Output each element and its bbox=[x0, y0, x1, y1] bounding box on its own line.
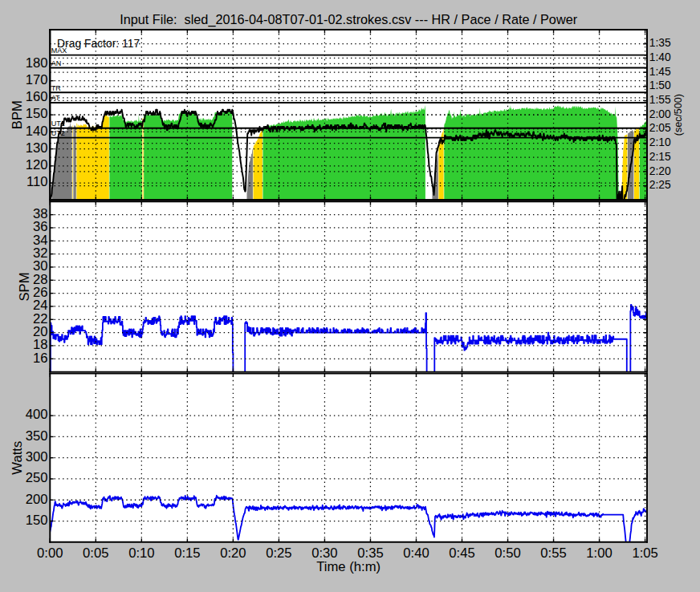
svg-text:Input File: sled_2016-04-08T0: Input File: sled_2016-04-08T07-01-02.str… bbox=[120, 12, 577, 27]
svg-text:1:05: 1:05 bbox=[632, 545, 657, 561]
svg-text:UT1: UT1 bbox=[51, 120, 65, 128]
svg-text:32: 32 bbox=[33, 245, 48, 261]
svg-text:160: 160 bbox=[26, 89, 48, 104]
svg-text:150: 150 bbox=[26, 106, 48, 121]
svg-text:30: 30 bbox=[33, 258, 48, 274]
svg-text:Drag Factor: 117: Drag Factor: 117 bbox=[57, 37, 140, 50]
svg-text:(sec/500): (sec/500) bbox=[673, 94, 684, 136]
svg-text:0:00: 0:00 bbox=[37, 545, 63, 561]
svg-text:0:15: 0:15 bbox=[174, 545, 200, 561]
svg-text:0:20: 0:20 bbox=[220, 545, 246, 561]
svg-text:0:10: 0:10 bbox=[128, 545, 154, 561]
svg-text:2:00: 2:00 bbox=[649, 107, 671, 120]
svg-text:0:05: 0:05 bbox=[83, 545, 108, 561]
svg-text:16: 16 bbox=[33, 351, 48, 366]
svg-text:110: 110 bbox=[26, 174, 48, 189]
svg-text:150: 150 bbox=[26, 513, 48, 528]
svg-text:26: 26 bbox=[33, 285, 48, 300]
svg-text:140: 140 bbox=[26, 124, 48, 139]
svg-text:20: 20 bbox=[33, 324, 48, 339]
svg-text:1:45: 1:45 bbox=[649, 65, 671, 78]
svg-text:2:20: 2:20 bbox=[649, 164, 671, 177]
svg-text:24: 24 bbox=[33, 298, 48, 313]
svg-text:22: 22 bbox=[33, 311, 48, 326]
svg-text:350: 350 bbox=[26, 428, 48, 444]
svg-text:1:35: 1:35 bbox=[649, 36, 671, 49]
svg-text:2:10: 2:10 bbox=[649, 136, 671, 148]
svg-text:28: 28 bbox=[33, 272, 48, 287]
svg-text:BPM: BPM bbox=[10, 100, 25, 129]
svg-text:1:40: 1:40 bbox=[649, 51, 671, 63]
svg-text:SPM: SPM bbox=[17, 272, 32, 301]
svg-text:2:05: 2:05 bbox=[649, 121, 671, 134]
svg-text:180: 180 bbox=[26, 55, 48, 71]
svg-text:120: 120 bbox=[26, 157, 48, 172]
svg-text:250: 250 bbox=[26, 470, 48, 485]
svg-text:1:55: 1:55 bbox=[649, 93, 671, 106]
svg-text:0:45: 0:45 bbox=[449, 545, 474, 561]
svg-text:0:40: 0:40 bbox=[403, 545, 429, 561]
svg-text:36: 36 bbox=[33, 219, 48, 234]
svg-text:1:50: 1:50 bbox=[649, 79, 671, 91]
svg-text:0:25: 0:25 bbox=[266, 545, 291, 561]
svg-text:UT2: UT2 bbox=[51, 129, 65, 137]
svg-text:34: 34 bbox=[33, 233, 48, 248]
svg-text:130: 130 bbox=[26, 140, 48, 156]
svg-text:300: 300 bbox=[26, 449, 48, 464]
svg-text:2:15: 2:15 bbox=[649, 150, 671, 163]
svg-text:170: 170 bbox=[26, 72, 48, 87]
svg-text:Watts: Watts bbox=[10, 441, 25, 475]
svg-text:1:00: 1:00 bbox=[586, 545, 612, 561]
svg-text:0:55: 0:55 bbox=[540, 545, 566, 561]
svg-text:2:25: 2:25 bbox=[649, 178, 671, 191]
svg-text:38: 38 bbox=[33, 206, 48, 221]
svg-text:200: 200 bbox=[26, 492, 48, 507]
svg-text:400: 400 bbox=[26, 407, 48, 422]
svg-text:18: 18 bbox=[33, 337, 48, 352]
svg-text:AN: AN bbox=[51, 59, 62, 67]
svg-text:Time (h:m): Time (h:m) bbox=[316, 559, 381, 574]
svg-text:0:50: 0:50 bbox=[494, 545, 520, 561]
svg-text:TR: TR bbox=[51, 84, 62, 92]
